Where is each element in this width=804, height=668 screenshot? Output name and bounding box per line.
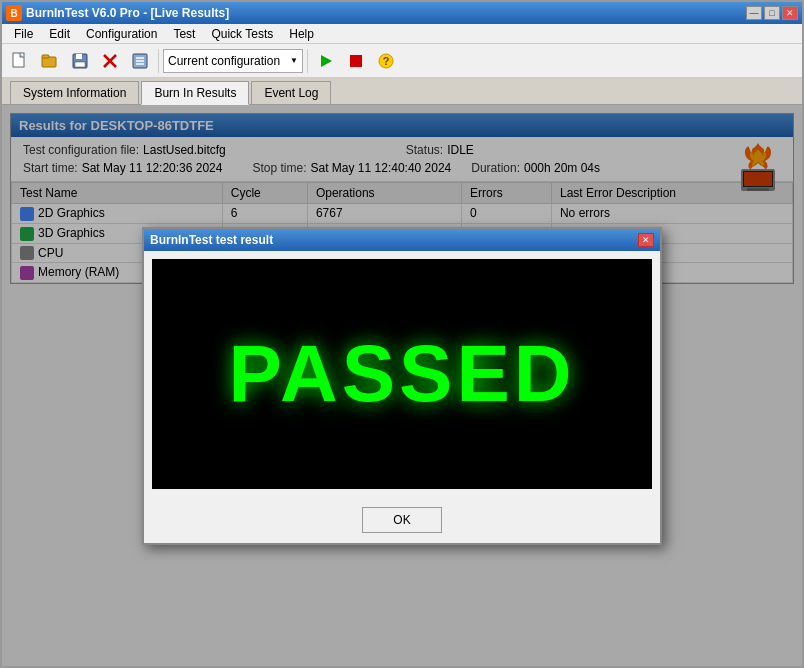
tab-event-log[interactable]: Event Log: [251, 81, 331, 104]
menu-configuration[interactable]: Configuration: [78, 25, 165, 43]
svg-marker-12: [321, 55, 332, 67]
stop-button[interactable]: [342, 47, 370, 75]
delete-button[interactable]: [96, 47, 124, 75]
menu-bar: File Edit Configuration Test Quick Tests…: [2, 24, 802, 44]
toolbar-separator-2: [307, 49, 308, 73]
svg-rect-4: [76, 54, 82, 59]
modal-close-button[interactable]: ✕: [638, 233, 654, 247]
svg-rect-0: [13, 53, 24, 67]
modal-title-bar: BurnInTest test result ✕: [144, 229, 660, 251]
menu-edit[interactable]: Edit: [41, 25, 78, 43]
svg-rect-5: [75, 62, 85, 67]
tab-burn-in-results[interactable]: Burn In Results: [141, 81, 249, 105]
svg-rect-2: [42, 55, 49, 58]
svg-text:?: ?: [383, 55, 390, 67]
title-controls: — □ ✕: [746, 6, 798, 20]
modal-window: BurnInTest test result ✕ PASSED OK: [142, 227, 662, 545]
svg-rect-13: [350, 55, 362, 67]
help-button[interactable]: ?: [372, 47, 400, 75]
modal-display: PASSED: [152, 259, 652, 489]
ok-button[interactable]: OK: [362, 507, 442, 533]
toolbar: Current configuration ▼ ?: [2, 44, 802, 78]
app-icon: B: [6, 5, 22, 21]
close-button[interactable]: ✕: [782, 6, 798, 20]
run-button[interactable]: [312, 47, 340, 75]
minimize-button[interactable]: —: [746, 6, 762, 20]
new-button[interactable]: [6, 47, 34, 75]
modal-overlay: BurnInTest test result ✕ PASSED OK: [2, 105, 802, 666]
tab-bar: System Information Burn In Results Event…: [2, 78, 802, 104]
modal-content: PASSED: [144, 251, 660, 497]
toolbar-separator-1: [158, 49, 159, 73]
menu-test[interactable]: Test: [165, 25, 203, 43]
title-bar: B BurnInTest V6.0 Pro - [Live Results] —…: [2, 2, 802, 24]
save-button[interactable]: [66, 47, 94, 75]
menu-help[interactable]: Help: [281, 25, 322, 43]
main-window: B BurnInTest V6.0 Pro - [Live Results] —…: [0, 0, 804, 668]
menu-quick-tests[interactable]: Quick Tests: [203, 25, 281, 43]
window-title: BurnInTest V6.0 Pro - [Live Results]: [26, 6, 229, 20]
config-button[interactable]: [126, 47, 154, 75]
content-area: Results for DESKTOP-86TDTFE Test configu…: [2, 104, 802, 666]
modal-footer: OK: [144, 497, 660, 543]
passed-text: PASSED: [228, 328, 575, 420]
maximize-button[interactable]: □: [764, 6, 780, 20]
dropdown-arrow-icon: ▼: [290, 56, 298, 65]
configuration-dropdown[interactable]: Current configuration ▼: [163, 49, 303, 73]
open-button[interactable]: [36, 47, 64, 75]
modal-title: BurnInTest test result: [150, 233, 273, 247]
title-bar-left: B BurnInTest V6.0 Pro - [Live Results]: [6, 5, 229, 21]
menu-file[interactable]: File: [6, 25, 41, 43]
tab-system-information[interactable]: System Information: [10, 81, 139, 104]
